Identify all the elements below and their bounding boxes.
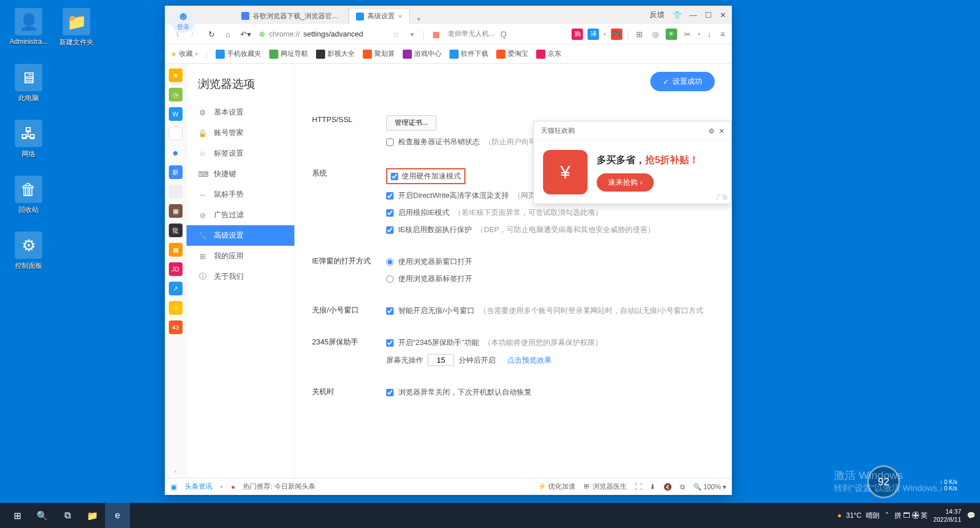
mini-jd-icon[interactable]: JD xyxy=(169,262,183,276)
sb-mute-icon[interactable]: 🔇 xyxy=(663,483,672,491)
minimize-button[interactable]: — xyxy=(690,11,697,19)
sb-restore-icon[interactable]: ⧉ xyxy=(680,483,685,491)
manage-cert-button[interactable]: 管理证书... xyxy=(386,115,436,131)
snav-apps[interactable]: ⊞我的应用 xyxy=(187,246,294,266)
edge-button[interactable]: e xyxy=(105,503,130,528)
snav-advanced[interactable]: 🔧高级设置 xyxy=(187,225,294,246)
check-revoke-checkbox[interactable] xyxy=(386,139,394,146)
popup-cta-button[interactable]: 速来抢购› xyxy=(597,173,654,192)
restore-checkbox[interactable] xyxy=(386,389,394,396)
mini-orange-icon[interactable]: ▦ xyxy=(169,243,183,257)
desktop-icon-folder[interactable]: 📁新建文件夹 xyxy=(55,8,98,47)
screensaver-checkbox[interactable] xyxy=(386,339,394,347)
search-text[interactable]: 老师带无人机... xyxy=(448,29,495,39)
mini-4399-icon[interactable]: 43 xyxy=(169,320,183,334)
snav-shortcut[interactable]: ⌨快捷键 xyxy=(187,164,294,184)
mini-blank-icon[interactable] xyxy=(169,127,183,140)
reload-button[interactable]: ↻ xyxy=(206,27,217,41)
tab-advanced-settings[interactable]: 高级设置× xyxy=(349,8,410,24)
mini-word-icon[interactable]: W xyxy=(169,107,183,121)
nav-cut-icon[interactable]: ✂ xyxy=(682,27,693,41)
snav-adblock[interactable]: ⊘广告过滤 xyxy=(187,205,294,225)
mini-face-icon[interactable]: ☺ xyxy=(169,301,183,315)
bookmark-taobao[interactable]: 爱淘宝 xyxy=(496,49,528,59)
bookmark-soft[interactable]: 软件下载 xyxy=(449,49,488,59)
bookmark-game[interactable]: 游戏中心 xyxy=(403,49,442,59)
sb-news-icon[interactable]: ▣ xyxy=(171,483,177,491)
nav-green-icon[interactable]: ✳ xyxy=(666,29,677,40)
chevron-down-icon[interactable]: ▾ xyxy=(698,31,700,37)
popup-close-icon[interactable]: ✕ xyxy=(719,127,724,135)
idle-minutes-input[interactable] xyxy=(428,354,454,366)
bookmark-ju[interactable]: 聚划算 xyxy=(363,49,395,59)
search-button[interactable]: 🔍 xyxy=(30,503,55,528)
dep-checkbox[interactable] xyxy=(386,226,394,234)
bookmark-fav[interactable]: ★收藏▾ xyxy=(171,49,198,59)
tray-chevron-icon[interactable]: ˄ xyxy=(885,511,889,519)
maximize-button[interactable]: ☐ xyxy=(705,11,712,19)
bookmark-jd[interactable]: 京东 xyxy=(536,49,561,59)
explorer-button[interactable]: 📁 xyxy=(80,503,105,528)
sb-news[interactable]: 头条资讯 xyxy=(185,482,212,492)
search-icon[interactable]: Q xyxy=(500,30,507,39)
snav-tabs[interactable]: ☆标签设置 xyxy=(187,143,294,164)
mini-brown-icon[interactable]: ▦ xyxy=(169,204,183,218)
smart-incog-checkbox[interactable] xyxy=(386,307,394,315)
bookmark-mobile[interactable]: 手机收藏夹 xyxy=(216,49,261,59)
popup-gear-icon[interactable]: ⚙ xyxy=(708,127,715,135)
sb-screenshot-icon[interactable]: ⛶ xyxy=(635,483,642,491)
nav-download-icon[interactable]: ↓ xyxy=(705,27,714,41)
nav-game-icon[interactable]: 🎮 xyxy=(611,29,622,40)
nav-translate-icon[interactable]: 译 xyxy=(588,29,599,40)
desktop-icon-control[interactable]: ⚙控制面板 xyxy=(7,231,50,271)
ie-newtab-radio[interactable] xyxy=(386,275,394,283)
mini-dragon-icon[interactable]: 龍 xyxy=(169,224,183,237)
sb-download-icon[interactable]: ⬇ xyxy=(650,483,655,491)
taskview-button[interactable]: ⧉ xyxy=(55,503,80,528)
desktop-icon-user[interactable]: 👤Administra... xyxy=(7,8,50,46)
close-button[interactable]: ✕ xyxy=(720,11,726,19)
mini-clock-icon[interactable]: ◷ xyxy=(169,88,183,101)
ie-mode-checkbox[interactable] xyxy=(386,209,394,217)
snav-mouse[interactable]: ↔鼠标手势 xyxy=(187,184,294,205)
weather-tray[interactable]: ●31°C晴朗 xyxy=(837,511,880,521)
skin-icon[interactable]: 👕 xyxy=(673,11,682,19)
bookmark-nav[interactable]: 网址导航 xyxy=(269,49,308,59)
nav-shop-icon[interactable]: 购 xyxy=(572,29,583,40)
sb-zoom[interactable]: 🔍 100% ▾ xyxy=(693,483,726,491)
tab-chrome-download[interactable]: 谷歌浏览器下载_浏览器官网入 xyxy=(234,8,349,24)
tab-add-button[interactable]: ＋ xyxy=(410,14,428,24)
sb-hot[interactable]: 热门推荐: 今日新闻头条 xyxy=(243,482,315,492)
mini-chrome-icon[interactable]: ● xyxy=(169,146,183,160)
mini-star-icon[interactable]: ★ xyxy=(169,68,183,82)
feedback-button[interactable]: 反馈 xyxy=(650,10,665,20)
snav-about[interactable]: ⓘ关于我们 xyxy=(187,266,294,287)
home-button[interactable]: ⌂ xyxy=(223,27,232,41)
chevron-down-icon[interactable]: ▾ xyxy=(408,27,416,41)
preview-link[interactable]: 点击预览效果 xyxy=(507,355,552,366)
sb-doctor[interactable]: ⛨ 浏览器医生 xyxy=(584,482,626,492)
nav-menu-icon[interactable]: ≡ xyxy=(718,27,727,41)
mini-arrow-icon[interactable]: ↗ xyxy=(169,282,183,295)
nav-target-icon[interactable]: ◎ xyxy=(650,27,661,41)
ie-newwin-radio[interactable] xyxy=(386,258,394,266)
search-engine-icon[interactable]: ▦ xyxy=(430,27,442,41)
desktop-icon-pc[interactable]: 🖥此电脑 xyxy=(7,64,50,103)
undo-button[interactable]: ↶▾ xyxy=(238,27,253,41)
snav-account[interactable]: 🔒账号管家 xyxy=(187,123,294,143)
tray-notifications-icon[interactable]: 💬 xyxy=(967,511,975,519)
address-bar[interactable]: ⊕ chrome://settings/advanced xyxy=(259,30,384,38)
mini-collapse-icon[interactable]: ‹ xyxy=(169,464,183,478)
hw-accel-checkbox[interactable] xyxy=(391,173,398,180)
star-icon[interactable]: ☆ xyxy=(390,27,402,41)
nav-grid-icon[interactable]: ⊞ xyxy=(634,27,645,41)
tray-ime[interactable]: 拼 🗔 🕀 英 xyxy=(894,511,928,521)
login-avatar[interactable]: ☻登录 xyxy=(171,8,196,33)
desktop-icon-network[interactable]: 🖧网络 xyxy=(7,120,50,159)
tab-close-icon[interactable]: × xyxy=(398,13,402,21)
mini-gray-icon[interactable] xyxy=(169,185,183,198)
desktop-icon-recycle[interactable]: 🗑回收站 xyxy=(7,176,50,215)
bookmark-video[interactable]: 影视大全 xyxy=(316,49,355,59)
sb-opt[interactable]: ⚡ 优化加速 xyxy=(538,482,576,492)
chevron-down-icon[interactable]: ▾ xyxy=(604,31,606,37)
